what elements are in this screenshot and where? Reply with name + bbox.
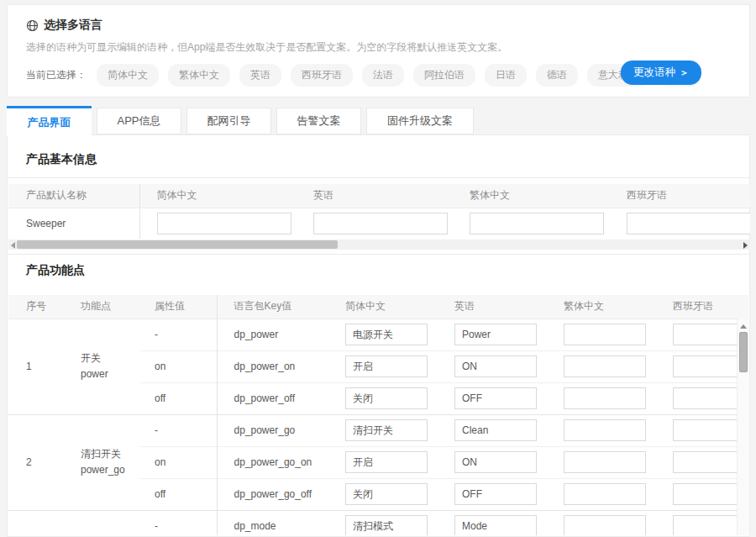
tab-pairing-guide[interactable]: 配网引导 xyxy=(186,108,271,134)
attr-value: on xyxy=(140,446,217,478)
col-header-tw: 繁体中文 xyxy=(453,184,610,208)
col-header-default-name: 产品默认名称 xyxy=(8,184,139,208)
table-row: 2 清扫开关 power_go - dp_power_go xyxy=(8,414,748,446)
trans-input-en[interactable] xyxy=(454,451,537,473)
dp-code: power xyxy=(81,366,140,382)
trans-input-tw[interactable] xyxy=(564,387,646,409)
tab-label: 固件升级文案 xyxy=(387,113,453,129)
lang-key: dp_power_off xyxy=(217,382,328,414)
basic-info-table: 产品默认名称 简体中文 英语 繁体中文 西班牙语 Sweeper xyxy=(8,184,750,239)
attr-value: on xyxy=(140,350,217,382)
dp-name xyxy=(60,510,140,535)
col-header-zh: 简体中文 xyxy=(328,295,438,319)
dp-index xyxy=(8,510,60,535)
trans-input-zh[interactable] xyxy=(345,483,428,505)
basic-info-section-title: 产品基本信息 xyxy=(26,152,97,167)
trans-input-en[interactable] xyxy=(454,419,537,441)
product-name-input-tw[interactable] xyxy=(470,213,604,234)
change-language-label: 更改语种 xyxy=(633,66,675,80)
trans-input-zh[interactable] xyxy=(345,387,428,409)
language-tag: 简体中文 xyxy=(97,64,159,87)
panel-title-row: 选择多语言 xyxy=(26,18,102,33)
trans-input-tw[interactable] xyxy=(564,451,646,473)
scroll-left-icon[interactable] xyxy=(11,242,15,249)
product-default-name: Sweeper xyxy=(8,208,139,239)
scroll-up-icon[interactable] xyxy=(740,324,747,329)
scroll-right-icon[interactable] xyxy=(743,242,748,249)
language-tag: 西班牙语 xyxy=(291,64,353,87)
language-tag: 阿拉伯语 xyxy=(413,64,475,87)
language-tag: 德语 xyxy=(536,64,578,87)
tab-label: 配网引导 xyxy=(207,113,251,129)
tab-alarm-text[interactable]: 告警文案 xyxy=(276,108,361,134)
trans-input-en[interactable] xyxy=(454,483,537,505)
trans-input-en[interactable] xyxy=(454,515,537,535)
lang-key: dp_power_go_off xyxy=(217,478,328,510)
product-name-input-en[interactable] xyxy=(313,213,448,234)
trans-input-tw[interactable] xyxy=(564,419,646,441)
col-header-dp: 功能点 xyxy=(60,295,140,319)
language-tag: 繁体中文 xyxy=(168,64,230,87)
horizontal-scrollbar-thumb[interactable] xyxy=(17,240,338,249)
panel-title: 选择多语言 xyxy=(44,18,102,33)
col-header-attr: 属性值 xyxy=(140,295,217,319)
tab-label: 产品界面 xyxy=(28,115,71,130)
dp-name: 开关 power xyxy=(60,319,140,414)
trans-input-zh[interactable] xyxy=(345,515,428,535)
selected-languages-row: 当前已选择： 简体中文 繁体中文 英语 西班牙语 法语 阿拉伯语 日语 德语 意… xyxy=(26,64,710,87)
product-name-input-es[interactable] xyxy=(627,213,750,234)
col-header-en: 英语 xyxy=(438,295,547,319)
attr-value: off xyxy=(140,478,217,510)
attr-value: - xyxy=(140,414,217,446)
tab-firmware-update-text[interactable]: 固件升级文案 xyxy=(366,108,474,134)
dp-index: 2 xyxy=(8,414,60,510)
section-divider xyxy=(8,177,749,178)
horizontal-scrollbar[interactable] xyxy=(8,240,750,250)
col-header-en: 英语 xyxy=(297,184,453,208)
col-header-es: 西班牙语 xyxy=(610,184,750,208)
globe-icon xyxy=(26,19,39,32)
function-points-table-wrap: 序号 功能点 属性值 语言包Key值 简体中文 英语 繁体中文 西班牙语 1 开… xyxy=(8,295,748,535)
section-divider xyxy=(8,254,749,255)
col-header-index: 序号 xyxy=(8,295,60,319)
trans-input-zh[interactable] xyxy=(345,355,428,377)
col-header-es: 西班牙语 xyxy=(656,295,748,319)
dp-name-zh: 开关 xyxy=(81,350,140,366)
language-tag: 法语 xyxy=(362,64,404,87)
product-name-input-zh[interactable] xyxy=(157,213,291,234)
change-language-button[interactable]: 更改语种 ＞ xyxy=(621,61,701,85)
function-points-section-title: 产品功能点 xyxy=(26,263,85,278)
trans-input-tw[interactable] xyxy=(564,515,646,535)
attr-value: - xyxy=(140,319,217,350)
tab-product-ui[interactable]: 产品界面 xyxy=(7,106,92,136)
dp-index: 1 xyxy=(8,319,60,414)
tab-label: 告警文案 xyxy=(297,113,341,129)
trans-input-en[interactable] xyxy=(454,355,537,377)
dp-name-zh: 清扫开关 xyxy=(81,446,140,462)
trans-input-zh[interactable] xyxy=(345,324,428,345)
tab-app-info[interactable]: APP信息 xyxy=(97,108,181,134)
tab-bar: 产品界面 APP信息 配网引导 告警文案 固件升级文案 xyxy=(7,106,479,136)
trans-input-tw[interactable] xyxy=(564,355,646,377)
lang-key: dp_power_go xyxy=(217,414,328,446)
dp-code: power_go xyxy=(81,462,140,478)
attr-value: off xyxy=(140,382,217,414)
multilang-panel: 选择多语言 选择的语种为可显示编辑的语种，但App端是否生效取决于是否配置文案。… xyxy=(7,4,750,97)
trans-input-tw[interactable] xyxy=(564,483,646,505)
language-tag: 日语 xyxy=(485,64,527,87)
col-header-tw: 繁体中文 xyxy=(547,295,656,319)
trans-input-tw[interactable] xyxy=(564,324,646,345)
trans-input-zh[interactable] xyxy=(345,451,428,473)
col-header-key: 语言包Key值 xyxy=(217,295,328,319)
col-header-zh: 简体中文 xyxy=(139,184,297,208)
vertical-scrollbar-thumb[interactable] xyxy=(739,332,748,372)
table-row: 1 开关 power - dp_power xyxy=(8,319,748,350)
chevron-right-icon: ＞ xyxy=(680,66,689,79)
lang-key: dp_mode xyxy=(217,510,328,535)
vertical-scrollbar[interactable] xyxy=(737,319,748,535)
trans-input-zh[interactable] xyxy=(345,419,428,441)
trans-input-en[interactable] xyxy=(454,324,537,345)
table-row: - dp_mode xyxy=(8,510,748,535)
trans-input-en[interactable] xyxy=(454,387,537,409)
lang-key: dp_power xyxy=(217,319,328,350)
